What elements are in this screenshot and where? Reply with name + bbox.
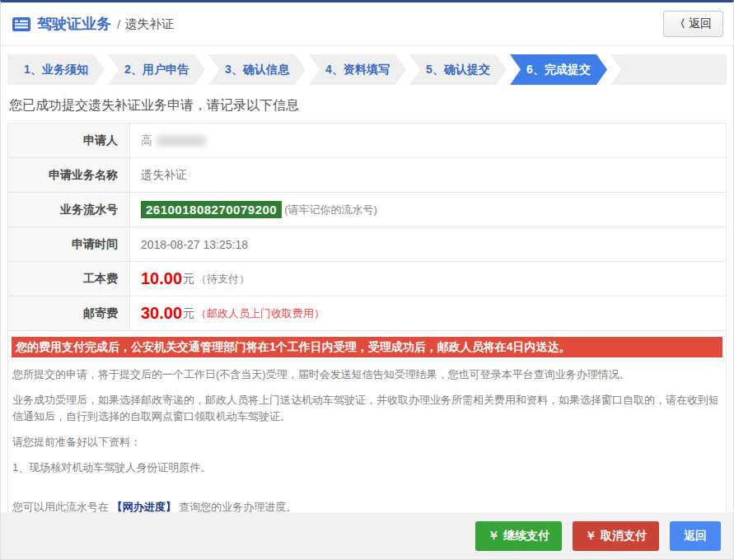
breadcrumb-current: 遗失补证 (124, 16, 174, 32)
submission-info-panel: 申请人 高 申请业务名称 遗失补证 业务流水号 2610018082700792… (7, 123, 727, 530)
serial-number-badge: 261001808270079200 (141, 201, 282, 218)
production-fee-value: 10.00 元 （待支付） (130, 262, 726, 296)
step-2-user-declaration[interactable]: 2、用户申告 (108, 54, 205, 85)
page-header: 驾驶证业务 / 遗失补证 〈 返回 (1, 2, 733, 46)
business-name-label: 申请业务名称 (8, 158, 130, 192)
table-row-serial: 业务流水号 261001808270079200 (请牢记你的流水号) (8, 193, 726, 227)
postage-fee-unit: 元 (183, 306, 194, 321)
notice-paragraph-4: 1、现场核对机动车驾驶人身份证明原件。 (12, 460, 722, 476)
table-row-postage-fee: 邮寄费 30.00 元 （邮政人员上门收取费用） (8, 296, 726, 331)
production-fee-amount: 10.00 (141, 269, 182, 288)
production-fee-unit: 元 (183, 272, 194, 287)
step-5-confirm-submit[interactable]: 5、确认提交 (409, 54, 507, 85)
cancel-pay-label: 取消支付 (601, 529, 647, 544)
progress-prefix: 您可以用此流水号在 (12, 501, 109, 513)
yuan-icon: ￥ (488, 529, 499, 544)
table-row-business-name: 申请业务名称 遗失补证 (8, 158, 726, 193)
continue-pay-button[interactable]: ￥ 继续支付 (475, 521, 562, 551)
step-progress-bar: 1、业务须知 2、用户申告 3、确认信息 4、资料填写 5、确认提交 6、完成提… (7, 54, 727, 85)
step-1-business-notice[interactable]: 1、业务须知 (7, 54, 105, 85)
applicant-name: 高 (141, 133, 152, 148)
table-row-applicant: 申请人 高 (8, 124, 726, 158)
header-back-label: 返回 (689, 16, 712, 31)
table-row-production-fee: 工本费 10.00 元 （待支付） (8, 262, 726, 296)
step-bar-filler (610, 54, 727, 85)
applicant-value: 高 (130, 124, 726, 157)
breadcrumb-separator: / (117, 17, 120, 31)
applicant-label: 申请人 (8, 124, 130, 157)
serial-label: 业务流水号 (8, 193, 130, 226)
license-card-icon (12, 17, 30, 31)
table-row-apply-time: 申请时间 2018-08-27 13:25:18 (8, 227, 726, 262)
online-progress-link[interactable]: 【网办进度】 (112, 501, 176, 513)
header-back-button[interactable]: 〈 返回 (663, 11, 723, 37)
page-title: 驾驶证业务 (37, 14, 111, 34)
serial-note: (请牢记你的流水号) (284, 203, 377, 217)
progress-suffix: 查询您的业务办理进度。 (179, 501, 297, 513)
success-message: 您已成功提交遗失补证业务申请，请记录以下信息 (9, 97, 725, 114)
step-3-confirm-info[interactable]: 3、确认信息 (208, 54, 306, 85)
business-name-value: 遗失补证 (130, 158, 726, 192)
footer-back-button[interactable]: 返回 (670, 521, 721, 551)
yuan-icon: ￥ (585, 529, 596, 544)
apply-time-value: 2018-08-27 13:25:18 (130, 227, 726, 261)
production-fee-note: （待支付） (196, 272, 250, 287)
footer-back-label: 返回 (684, 529, 707, 544)
apply-time-label: 申请时间 (8, 227, 130, 261)
postage-fee-value: 30.00 元 （邮政人员上门收取费用） (130, 296, 726, 330)
cancel-pay-button[interactable]: ￥ 取消支付 (573, 521, 659, 551)
payment-alert-banner: 您的费用支付完成后，公安机关交通管理部门将在1个工作日内受理，受理成功后，邮政人… (12, 337, 722, 357)
serial-value: 261001808270079200 (请牢记你的流水号) (130, 193, 726, 226)
notice-paragraph-2: 业务成功受理后，如果选择邮政寄递的，邮政人员将上门送达机动车驾驶证，并收取办理业… (12, 392, 722, 425)
notice-paragraph-3: 请您提前准备好以下资料： (12, 434, 722, 450)
footer-action-bar: ￥ 继续支付 ￥ 取消支付 返回 (1, 512, 733, 559)
notice-paragraph-1: 您所提交的申请，将于提交后的一个工作日(不含当天)受理，届时会发送短信告知受理结… (12, 366, 722, 383)
step-6-complete-submit[interactable]: 6、完成提交 (510, 54, 607, 85)
postage-fee-note: （邮政人员上门收取费用） (196, 306, 325, 321)
chevron-left-icon: 〈 (675, 16, 685, 31)
postage-fee-amount: 30.00 (141, 304, 182, 323)
redacted-name-blur (156, 135, 207, 147)
continue-pay-label: 继续支付 (503, 529, 549, 544)
postage-fee-label: 邮寄费 (8, 296, 130, 330)
production-fee-label: 工本费 (8, 262, 130, 296)
step-4-fill-materials[interactable]: 4、资料填写 (309, 54, 406, 85)
